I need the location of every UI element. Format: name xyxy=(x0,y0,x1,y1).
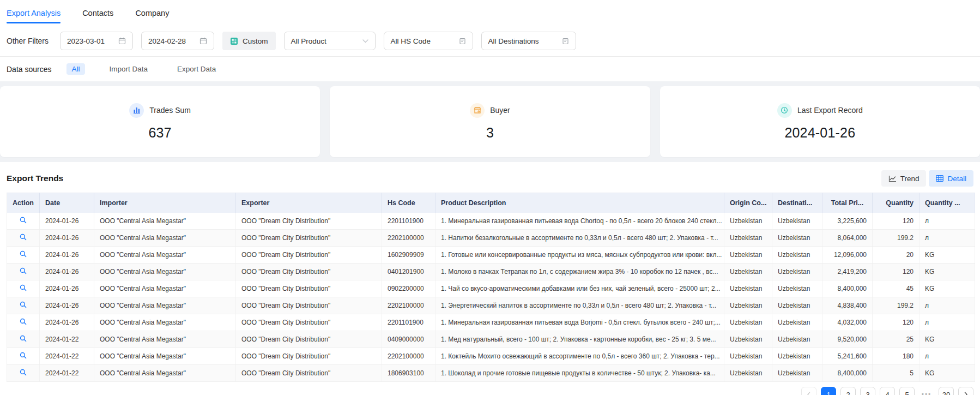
chevron-down-icon xyxy=(362,39,368,43)
cell-quantity-unit: л xyxy=(919,297,975,314)
cell-importer: OOO "Central Asia Megastar" xyxy=(94,365,236,382)
cell-quantity: 120 xyxy=(873,213,919,230)
clock-icon xyxy=(777,103,792,118)
cell-product-description: 1. Шоколад и прочие готовые пищевые прод… xyxy=(435,365,724,382)
cell-date: 2024-01-26 xyxy=(40,280,94,297)
cell-quantity: 199.2 xyxy=(873,297,919,314)
search-icon[interactable] xyxy=(20,301,27,308)
last-export-record-label: Last Export Record xyxy=(797,106,863,115)
column-header-origin-co: Origin Co... xyxy=(724,193,772,213)
table-row: 2024-01-26 OOO "Central Asia Megastar" O… xyxy=(7,247,975,264)
column-header-quantity: Quantity ... xyxy=(919,193,975,213)
search-icon[interactable] xyxy=(20,267,27,274)
data-source-export[interactable]: Export Data xyxy=(172,63,221,75)
custom-button[interactable]: Custom xyxy=(222,32,276,50)
cell-quantity: 5 xyxy=(873,365,919,382)
cell-exporter: OOO "Dream City Distribution" xyxy=(236,314,382,331)
column-header-date: Date xyxy=(40,193,94,213)
cell-exporter: OOO "Dream City Distribution" xyxy=(236,230,382,247)
cell-product-description: 1. Напитки безалкогольные в ассортименте… xyxy=(435,230,724,247)
cell-action xyxy=(7,230,40,247)
detail-table-icon xyxy=(936,175,943,182)
cell-date: 2024-01-26 xyxy=(40,247,94,264)
cell-hs-code: 2201101900 xyxy=(382,213,435,230)
cell-quantity-unit: KG xyxy=(919,280,975,297)
product-select[interactable]: All Product xyxy=(284,32,376,50)
trend-button[interactable]: Trend xyxy=(881,170,927,187)
column-header-action: Action xyxy=(7,193,40,213)
cell-action xyxy=(7,280,40,297)
search-icon[interactable] xyxy=(20,250,27,258)
detail-button[interactable]: Detail xyxy=(929,170,973,187)
cell-hs-code: 1602909909 xyxy=(382,247,435,264)
tab-export-analysis[interactable]: Export Analysis xyxy=(7,0,61,26)
cell-date: 2024-01-26 xyxy=(40,213,94,230)
column-header-product-description: Product Description xyxy=(435,193,724,213)
stats-cards: Trades Sum 637 Buyer 3 Last Export Recor… xyxy=(0,81,980,162)
page-button-4[interactable]: 4 xyxy=(880,387,895,395)
table-header-row: ActionDateImporterExporterHs CodeProduct… xyxy=(7,193,975,213)
data-source-import[interactable]: Import Data xyxy=(105,63,153,75)
search-icon[interactable] xyxy=(20,234,27,241)
cell-origin-country: Uzbekistan xyxy=(724,230,772,247)
search-icon[interactable] xyxy=(20,284,27,291)
last-export-record-card: Last Export Record 2024-01-26 xyxy=(660,86,980,157)
date-from-input[interactable]: 2023-03-01 xyxy=(60,32,133,50)
cell-date: 2024-01-26 xyxy=(40,314,94,331)
search-icon[interactable] xyxy=(20,335,27,342)
hs-code-select[interactable]: All HS Code xyxy=(384,32,473,50)
page-button-20[interactable]: 20 xyxy=(939,387,954,395)
cell-destination: Uzbekistan xyxy=(772,365,822,382)
cell-destination: Uzbekistan xyxy=(772,331,822,348)
table-row: 2024-01-26 OOO "Central Asia Megastar" O… xyxy=(7,314,975,331)
cell-importer: OOO "Central Asia Megastar" xyxy=(94,280,236,297)
cell-date: 2024-01-26 xyxy=(40,230,94,247)
cell-product-description: 1. Минеральная газированная питьевая вод… xyxy=(435,213,724,230)
data-source-all[interactable]: All xyxy=(66,63,84,75)
page-button-5[interactable]: 5 xyxy=(899,387,915,395)
tab-contacts[interactable]: Contacts xyxy=(82,0,113,26)
buyer-value: 3 xyxy=(486,125,494,141)
pagination-ellipsis[interactable]: ••• xyxy=(919,387,934,395)
prev-page-button xyxy=(801,387,816,395)
search-icon[interactable] xyxy=(20,369,27,376)
cell-quantity-unit: л xyxy=(919,314,975,331)
cell-destination: Uzbekistan xyxy=(772,230,822,247)
destinations-select[interactable]: All Destinations xyxy=(481,32,576,50)
cell-product-description: 1. Мед натуральный, всего - 100 шт; 2. У… xyxy=(435,331,724,348)
search-icon[interactable] xyxy=(20,217,27,224)
cell-date: 2024-01-22 xyxy=(40,348,94,365)
cell-total-price: 8,064,000 xyxy=(822,230,873,247)
pagination: 12345•••20 xyxy=(0,382,980,395)
cell-exporter: OOO "Dream City Distribution" xyxy=(236,331,382,348)
cell-product-description: 1. Энергетический напиток в ассортименте… xyxy=(435,297,724,314)
cell-date: 2024-01-26 xyxy=(40,264,94,280)
cell-product-description: 1. Чай со вкусо-ароматическими добавками… xyxy=(435,280,724,297)
search-icon[interactable] xyxy=(20,318,27,325)
export-trends-table: ActionDateImporterExporterHs CodeProduct… xyxy=(0,193,980,382)
cell-hs-code: 2202100000 xyxy=(382,230,435,247)
cell-quantity: 199.2 xyxy=(873,230,919,247)
table-row: 2024-01-26 OOO "Central Asia Megastar" O… xyxy=(7,230,975,247)
cell-importer: OOO "Central Asia Megastar" xyxy=(94,348,236,365)
date-to-input[interactable]: 2024-02-28 xyxy=(141,32,214,50)
prev-chevron-icon xyxy=(806,392,812,395)
next-page-button[interactable] xyxy=(958,387,973,395)
trades-sum-label: Trades Sum xyxy=(149,106,191,115)
page-button-2[interactable]: 2 xyxy=(840,387,856,395)
cell-quantity: 20 xyxy=(873,247,919,264)
cell-quantity: 25 xyxy=(873,331,919,348)
cell-destination: Uzbekistan xyxy=(772,247,822,264)
cell-origin-country: Uzbekistan xyxy=(724,331,772,348)
page-button-3[interactable]: 3 xyxy=(860,387,875,395)
search-icon[interactable] xyxy=(20,352,27,359)
cell-action xyxy=(7,365,40,382)
table-row: 2024-01-26 OOO "Central Asia Megastar" O… xyxy=(7,280,975,297)
cell-action xyxy=(7,331,40,348)
cell-quantity: 180 xyxy=(873,348,919,365)
data-sources-label: Data sources xyxy=(7,65,51,74)
tab-company[interactable]: Company xyxy=(135,0,169,26)
page-button-1[interactable]: 1 xyxy=(821,387,836,395)
cell-importer: OOO "Central Asia Megastar" xyxy=(94,213,236,230)
cell-importer: OOO "Central Asia Megastar" xyxy=(94,264,236,280)
